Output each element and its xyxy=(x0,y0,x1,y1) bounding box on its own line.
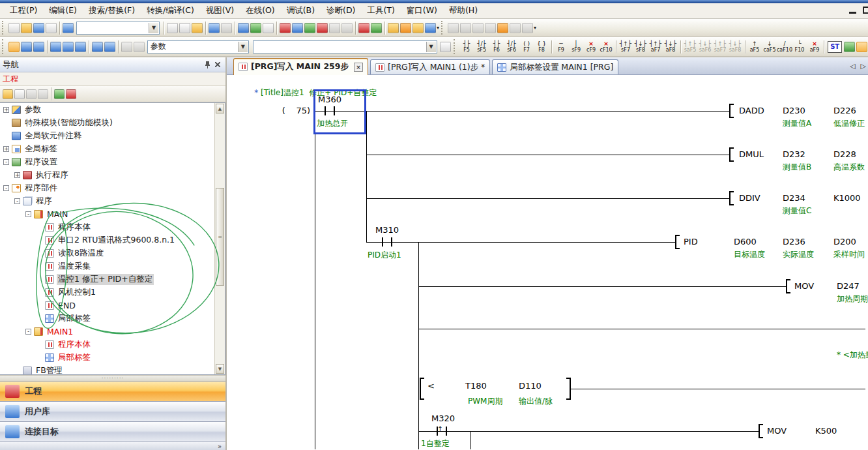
device-monitor-icon[interactable] xyxy=(250,23,261,33)
tree-item-读取8路温度[interactable]: 读取8路温度 xyxy=(0,247,225,260)
device-list-icon[interactable] xyxy=(63,42,74,52)
ladder-symbol-f8-button[interactable]: { }F8 xyxy=(534,38,549,55)
verify-green-icon[interactable] xyxy=(304,23,315,33)
ladder-edit1-icon[interactable] xyxy=(448,23,459,33)
copy-icon[interactable] xyxy=(179,23,190,33)
st-inline-button[interactable]: ST xyxy=(828,41,841,53)
refresh-icon[interactable] xyxy=(54,89,65,99)
device-batch-icon[interactable] xyxy=(75,42,86,52)
tab-局部标签设置-MAIN1-[PRG][interactable]: 局部标签设置 MAIN1 [PRG] xyxy=(492,59,618,74)
module-config-icon[interactable] xyxy=(21,42,32,52)
inline-st-icon[interactable] xyxy=(844,42,855,52)
device-find-icon[interactable] xyxy=(238,23,249,33)
chevron-down-icon[interactable]: ▼ xyxy=(149,23,158,33)
ladder-find2-icon[interactable] xyxy=(497,23,508,33)
tree-item-程序部件[interactable]: -程序部件 xyxy=(0,181,225,194)
monitor-mode-icon[interactable] xyxy=(425,23,436,33)
ladder-find1-icon[interactable] xyxy=(485,23,496,33)
new-file-icon[interactable] xyxy=(8,23,20,33)
device-memory-red-icon[interactable] xyxy=(358,23,369,33)
scroll-up-icon[interactable]: ▲ xyxy=(216,104,224,113)
menu-h[interactable]: 帮助(H) xyxy=(443,3,484,18)
target-combo[interactable]: 参数▼ xyxy=(147,40,249,53)
paste-icon[interactable] xyxy=(192,23,203,33)
new-item-icon[interactable] xyxy=(3,89,13,99)
verify-off2-icon[interactable] xyxy=(341,23,353,33)
tree-item-执行程序[interactable]: +执行程序 xyxy=(0,168,225,181)
navigator-连接目标-button[interactable]: 连接目标 xyxy=(0,421,225,442)
navigator-工程-button[interactable]: 工程 xyxy=(0,381,225,401)
toolbar-grip[interactable] xyxy=(2,21,5,35)
tree-item-局部标签[interactable]: 局部标签 xyxy=(0,351,225,364)
device-watch-icon[interactable] xyxy=(92,42,103,52)
ladder-symbol-f10-button[interactable]: └F10 xyxy=(792,38,807,55)
tree-item-程序本体[interactable]: 程序本体 xyxy=(0,338,225,351)
read-from-plc-icon[interactable] xyxy=(292,23,303,33)
menu-f[interactable]: 搜索/替换(F) xyxy=(83,3,141,18)
verify-red-icon[interactable] xyxy=(317,23,328,33)
toolbar-overflow-icon[interactable]: ▾ xyxy=(534,25,536,31)
ladder-symbol-f5-button[interactable]: ┤├F5 xyxy=(459,38,474,55)
device-hmi-icon[interactable] xyxy=(263,23,274,33)
tab-close-icon[interactable]: × xyxy=(354,63,363,72)
close-icon[interactable] xyxy=(212,60,223,70)
collapse-icon[interactable]: - xyxy=(3,185,9,191)
paste-item-icon[interactable] xyxy=(26,89,36,99)
param-transfer2-icon[interactable] xyxy=(400,23,411,33)
chevron-down-icon[interactable]: ▼ xyxy=(238,42,248,52)
tree-item-FB管理[interactable]: FB管理 xyxy=(0,364,225,375)
copy-item-icon[interactable] xyxy=(14,89,25,99)
find-binocular-icon[interactable] xyxy=(134,42,145,52)
ladder-symbol-af7-button[interactable]: ┤↑├aF7 xyxy=(648,38,663,55)
ladder-edit2-icon[interactable] xyxy=(460,23,471,33)
tree-item-全局软元件注释[interactable]: 全局软元件注释 xyxy=(0,129,225,142)
device-zoom-icon[interactable] xyxy=(104,42,115,52)
ladder-symbol-af5-button[interactable]: ↑aF5 xyxy=(747,38,762,55)
help2-icon[interactable] xyxy=(121,42,132,52)
collapse-icon[interactable]: - xyxy=(25,329,31,335)
menu-t[interactable]: 工具(T) xyxy=(361,3,400,18)
ladder-editor-canvas[interactable]: * [Title]温控1 修正+ PID+自整定 ( 75) xyxy=(227,75,868,450)
tree-item-程序本体[interactable]: 程序本体 xyxy=(0,220,225,233)
expand-icon[interactable]: + xyxy=(3,146,9,152)
tree-item-全局标签[interactable]: +全局标签 xyxy=(0,142,225,155)
device-memory-green-icon[interactable] xyxy=(371,23,382,33)
tree-item-局部标签[interactable]: 局部标签 xyxy=(0,312,225,325)
device-cross-ref-icon[interactable] xyxy=(50,42,61,52)
ladder-zoom1-icon[interactable] xyxy=(510,23,521,33)
tree-item-MAIN[interactable]: -MAIN xyxy=(0,207,225,220)
menu-w[interactable]: 窗口(W) xyxy=(401,3,443,18)
menu-o[interactable]: 在线(O) xyxy=(240,3,281,18)
toolbar-grip[interactable] xyxy=(454,39,457,54)
quick-search-combo[interactable]: ▼ xyxy=(76,22,160,35)
tree-item-风机控制1[interactable]: 风机控制1 xyxy=(0,286,225,299)
navigator-用户库-button[interactable]: 用户库 xyxy=(0,401,225,421)
menu-p[interactable]: 工程(P) xyxy=(4,3,43,18)
panel-splitter[interactable]: ········· xyxy=(0,375,225,381)
ladder-symbol-af9-button[interactable]: ×aF9 xyxy=(807,38,822,55)
tab-scroll-left-icon[interactable]: ◁ xyxy=(850,62,855,70)
cut-icon[interactable] xyxy=(167,23,178,33)
param-transfer3-icon[interactable] xyxy=(412,23,424,33)
ladder-zoom2-icon[interactable] xyxy=(522,23,533,33)
tree-item-程序[interactable]: -程序 xyxy=(0,194,225,207)
more-chevron-icon[interactable]: » xyxy=(218,443,222,450)
open-file-icon[interactable] xyxy=(21,23,32,33)
tab-[PRG]写入-MAIN1-(1)步-*[interactable]: [PRG]写入 MAIN1 (1)步 * xyxy=(370,59,490,74)
scroll-down-icon[interactable]: ▼ xyxy=(216,364,224,374)
menu-v[interactable]: 视图(V) xyxy=(200,3,240,18)
scrollbar-thumb[interactable]: ≡ xyxy=(216,188,224,286)
save-icon[interactable] xyxy=(33,23,44,33)
expand-icon[interactable]: + xyxy=(3,107,9,113)
ladder-symbol-sf6-button[interactable]: ┤/├sF6 xyxy=(504,38,519,55)
comment-edit-icon[interactable] xyxy=(856,42,867,52)
pin-icon[interactable] xyxy=(202,60,212,70)
ladder-symbol-cf9-button[interactable]: ×cF9 xyxy=(584,38,599,55)
tree-item-END[interactable]: END xyxy=(0,299,225,312)
ladder-symbol-caf5-button[interactable]: ↓caF5 xyxy=(762,38,777,55)
toolbar-grip[interactable] xyxy=(2,39,5,54)
tree-item-温控1-修正+-PID+自整定[interactable]: 温控1 修正+ PID+自整定 xyxy=(0,273,225,286)
tree-item-MAIN1[interactable]: -MAIN1 xyxy=(0,325,225,338)
expand-icon[interactable]: + xyxy=(14,172,20,178)
collapse-icon[interactable]: - xyxy=(25,211,31,217)
